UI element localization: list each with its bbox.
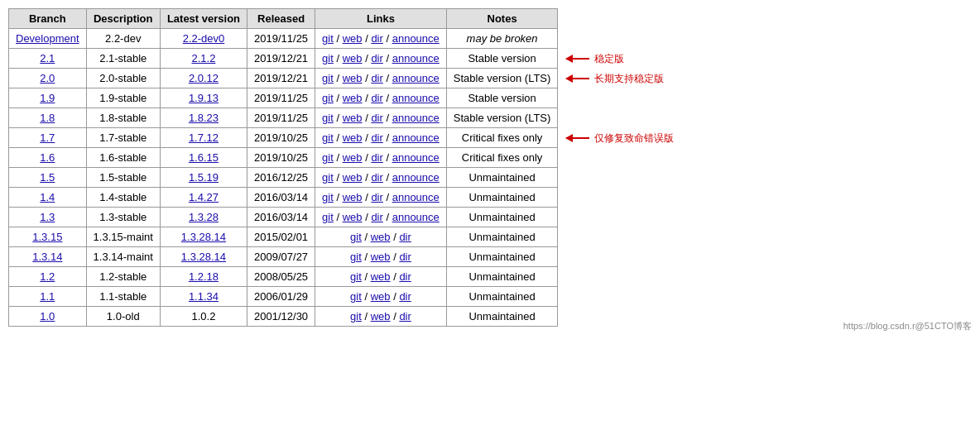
- git-link[interactable]: git: [322, 131, 334, 144]
- web-link[interactable]: web: [343, 131, 363, 144]
- dir-link[interactable]: dir: [399, 251, 411, 263]
- cell-version[interactable]: 2.0.12: [160, 69, 247, 88]
- dir-link[interactable]: dir: [371, 52, 382, 64]
- cell-version[interactable]: 1.4.27: [160, 188, 247, 208]
- web-link[interactable]: web: [343, 171, 363, 184]
- cell-version[interactable]: 1.8.23: [160, 108, 247, 128]
- git-link[interactable]: git: [350, 251, 362, 263]
- branch-link[interactable]: 1.9: [40, 92, 55, 104]
- branch-link[interactable]: 1.4: [40, 191, 55, 203]
- cell-branch[interactable]: 1.1: [9, 287, 87, 307]
- cell-version[interactable]: 1.3.28.14: [160, 247, 247, 267]
- cell-branch[interactable]: 1.5: [9, 168, 87, 188]
- web-link[interactable]: web: [343, 52, 363, 64]
- cell-branch[interactable]: 2.0: [9, 69, 87, 88]
- cell-branch[interactable]: 1.2: [9, 267, 87, 287]
- dir-link[interactable]: dir: [371, 131, 382, 144]
- dir-link[interactable]: dir: [399, 231, 411, 243]
- cell-branch[interactable]: 1.3.14: [9, 247, 87, 267]
- dir-link[interactable]: dir: [371, 112, 382, 124]
- branch-link[interactable]: 1.2: [40, 270, 55, 283]
- cell-branch[interactable]: 2.1: [9, 49, 87, 69]
- version-link[interactable]: 2.0.12: [189, 72, 219, 84]
- cell-branch[interactable]: Development: [9, 29, 87, 49]
- cell-version[interactable]: 1.1.34: [160, 287, 247, 307]
- web-link[interactable]: web: [343, 72, 363, 84]
- cell-version[interactable]: 1.3.28: [160, 208, 247, 227]
- web-link[interactable]: web: [371, 231, 391, 243]
- announce-link[interactable]: announce: [392, 211, 440, 223]
- announce-link[interactable]: announce: [392, 32, 440, 45]
- web-link[interactable]: web: [343, 32, 363, 45]
- cell-branch[interactable]: 1.0: [9, 307, 87, 327]
- version-link[interactable]: 1.9.13: [189, 92, 219, 104]
- cell-version[interactable]: 2.1.2: [160, 49, 247, 69]
- dir-link[interactable]: dir: [399, 270, 411, 283]
- announce-link[interactable]: announce: [392, 151, 440, 164]
- branch-link[interactable]: Development: [16, 32, 79, 45]
- web-link[interactable]: web: [343, 92, 363, 104]
- announce-link[interactable]: announce: [392, 171, 440, 184]
- version-link[interactable]: 2.1.2: [191, 52, 215, 64]
- dir-link[interactable]: dir: [399, 310, 411, 322]
- version-link[interactable]: 1.5.19: [189, 171, 219, 184]
- cell-branch[interactable]: 1.3.15: [9, 227, 87, 247]
- announce-link[interactable]: announce: [392, 191, 440, 203]
- cell-branch[interactable]: 1.7: [9, 128, 87, 148]
- dir-link[interactable]: dir: [371, 92, 382, 104]
- dir-link[interactable]: dir: [371, 191, 382, 203]
- announce-link[interactable]: announce: [392, 92, 440, 104]
- cell-branch[interactable]: 1.6: [9, 148, 87, 168]
- branch-link[interactable]: 1.1: [40, 290, 55, 303]
- cell-version[interactable]: 1.3.28.14: [160, 227, 247, 247]
- web-link[interactable]: web: [343, 112, 363, 124]
- git-link[interactable]: git: [322, 52, 334, 64]
- announce-link[interactable]: announce: [392, 112, 440, 124]
- git-link[interactable]: git: [322, 92, 334, 104]
- branch-link[interactable]: 2.1: [40, 52, 55, 64]
- dir-link[interactable]: dir: [371, 151, 382, 164]
- branch-link[interactable]: 2.0: [40, 72, 55, 84]
- announce-link[interactable]: announce: [392, 72, 440, 84]
- web-link[interactable]: web: [343, 211, 363, 223]
- cell-branch[interactable]: 1.8: [9, 108, 87, 128]
- branch-link[interactable]: 1.3: [40, 211, 55, 223]
- git-link[interactable]: git: [350, 290, 362, 303]
- git-link[interactable]: git: [350, 310, 362, 322]
- git-link[interactable]: git: [350, 231, 362, 243]
- dir-link[interactable]: dir: [371, 211, 382, 223]
- web-link[interactable]: web: [371, 310, 391, 322]
- announce-link[interactable]: announce: [392, 131, 440, 144]
- branch-link[interactable]: 1.5: [40, 171, 55, 184]
- branch-link[interactable]: 1.7: [40, 131, 55, 144]
- cell-version[interactable]: 1.6.15: [160, 148, 247, 168]
- git-link[interactable]: git: [322, 171, 334, 184]
- version-link[interactable]: 2.2-dev0: [183, 32, 225, 45]
- cell-version[interactable]: 1.2.18: [160, 267, 247, 287]
- dir-link[interactable]: dir: [399, 290, 411, 303]
- web-link[interactable]: web: [371, 290, 391, 303]
- version-link[interactable]: 1.8.23: [189, 112, 219, 124]
- git-link[interactable]: git: [322, 72, 334, 84]
- git-link[interactable]: git: [322, 211, 334, 223]
- cell-version[interactable]: 1.9.13: [160, 88, 247, 108]
- branch-link[interactable]: 1.0: [40, 310, 55, 322]
- branch-link[interactable]: 1.6: [40, 151, 55, 164]
- git-link[interactable]: git: [322, 112, 334, 124]
- version-link[interactable]: 1.1.34: [189, 290, 219, 303]
- dir-link[interactable]: dir: [371, 72, 382, 84]
- branch-link[interactable]: 1.3.15: [32, 231, 62, 243]
- version-link[interactable]: 1.6.15: [189, 151, 219, 164]
- git-link[interactable]: git: [322, 151, 334, 164]
- cell-version[interactable]: 1.7.12: [160, 128, 247, 148]
- version-link[interactable]: 1.7.12: [189, 131, 219, 144]
- branch-link[interactable]: 1.3.14: [32, 251, 62, 263]
- git-link[interactable]: git: [322, 32, 334, 45]
- web-link[interactable]: web: [343, 151, 363, 164]
- cell-version[interactable]: 2.2-dev0: [160, 29, 247, 49]
- web-link[interactable]: web: [371, 251, 391, 263]
- cell-branch[interactable]: 1.4: [9, 188, 87, 208]
- version-link[interactable]: 1.3.28.14: [181, 251, 226, 263]
- cell-branch[interactable]: 1.9: [9, 88, 87, 108]
- web-link[interactable]: web: [371, 270, 391, 283]
